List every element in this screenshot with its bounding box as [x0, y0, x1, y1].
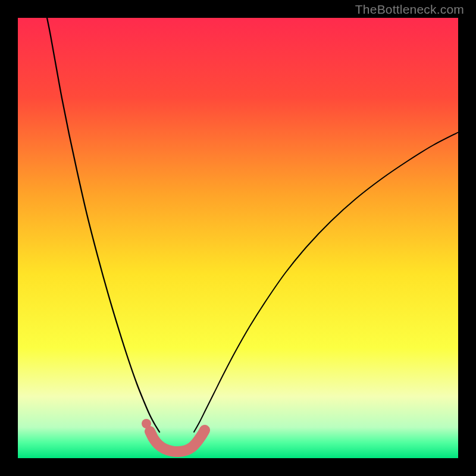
watermark-text: TheBottleneck.com — [355, 2, 464, 17]
dots-layer — [142, 419, 151, 428]
marker-dot — [142, 419, 151, 428]
chart-svg — [18, 18, 458, 458]
outer-frame: TheBottleneck.com — [0, 0, 476, 476]
gradient-background — [18, 18, 458, 458]
plot-area — [18, 18, 458, 458]
